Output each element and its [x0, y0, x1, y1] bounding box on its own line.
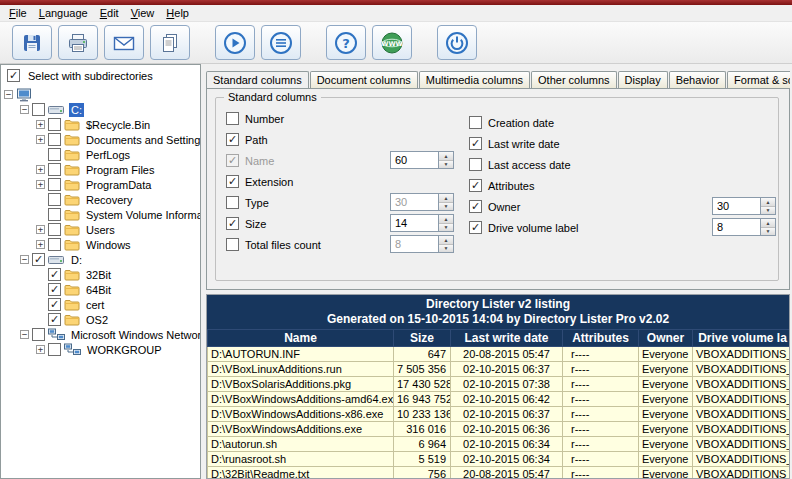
- spinner-drive-volume-label[interactable]: 8: [712, 218, 776, 236]
- tree-checkbox[interactable]: [48, 268, 61, 281]
- checkbox-creation-date[interactable]: [469, 116, 482, 129]
- tree-item-workgroup[interactable]: WORKGROUP: [1, 342, 200, 357]
- checkbox-last-write-date[interactable]: [469, 137, 482, 150]
- spin-up-icon[interactable]: [761, 198, 775, 207]
- tree-checkbox[interactable]: [32, 253, 45, 266]
- tree-checkbox[interactable]: [48, 223, 61, 236]
- collapse-icon[interactable]: [4, 90, 13, 99]
- menu-edit[interactable]: Edit: [94, 6, 125, 20]
- email-button[interactable]: [104, 25, 144, 60]
- collapse-icon[interactable]: [20, 105, 29, 114]
- spinner-owner[interactable]: 30: [712, 197, 776, 215]
- tree-checkbox[interactable]: [48, 163, 61, 176]
- expand-icon[interactable]: [36, 225, 45, 234]
- spin-down-icon[interactable]: [439, 224, 453, 232]
- print-button[interactable]: [58, 25, 98, 60]
- tree-item-system-volume-informatic[interactable]: System Volume Informatic: [1, 207, 200, 222]
- tree-checkbox[interactable]: [48, 118, 61, 131]
- expand-icon[interactable]: [36, 135, 45, 144]
- checkbox-attributes[interactable]: [469, 179, 482, 192]
- select-with-subdirectories[interactable]: Select with subdirectories: [1, 65, 200, 87]
- spin-up-icon[interactable]: [439, 215, 453, 224]
- spin-up-icon[interactable]: [439, 236, 453, 245]
- tree-item-c[interactable]: C:: [1, 102, 200, 117]
- spin-up-icon[interactable]: [439, 194, 453, 203]
- tab-format-sorting[interactable]: Format & sorting: [727, 71, 790, 88]
- tree-checkbox[interactable]: [48, 298, 61, 311]
- tree-checkbox[interactable]: [48, 313, 61, 326]
- checkbox-number[interactable]: [226, 112, 239, 125]
- exit-button[interactable]: [437, 25, 477, 60]
- tree-item-windows[interactable]: Windows: [1, 237, 200, 252]
- tree-checkbox[interactable]: [48, 148, 61, 161]
- generate-button[interactable]: [215, 25, 255, 60]
- help-button[interactable]: ?: [326, 25, 366, 60]
- tree-item-perflogs[interactable]: PerfLogs: [1, 147, 200, 162]
- tree-item-64bit[interactable]: 64Bit: [1, 282, 200, 297]
- tab-multimedia-columns[interactable]: Multimedia columns: [419, 71, 530, 88]
- checkbox-size[interactable]: [226, 217, 239, 230]
- expand-icon[interactable]: [36, 345, 45, 354]
- checkbox-drive-volume-label[interactable]: [469, 221, 482, 234]
- save-button[interactable]: [12, 25, 52, 60]
- spin-down-icon[interactable]: [439, 203, 453, 211]
- tree-checkbox[interactable]: [48, 208, 61, 221]
- spinner-size[interactable]: 14: [390, 214, 454, 232]
- checkbox-total-files-count[interactable]: [226, 238, 239, 251]
- tree-item-documents-and-settings[interactable]: Documents and Settings: [1, 132, 200, 147]
- checkbox-last-access-date[interactable]: [469, 158, 482, 171]
- tree-item-programdata[interactable]: ProgramData: [1, 177, 200, 192]
- report-button[interactable]: [261, 25, 301, 60]
- tree-checkbox[interactable]: [48, 238, 61, 251]
- tree-checkbox[interactable]: [32, 103, 45, 116]
- tree-checkbox[interactable]: [48, 283, 61, 296]
- select-with-subdirectories-checkbox[interactable]: [7, 69, 20, 82]
- spin-up-icon[interactable]: [761, 219, 775, 228]
- tab-other-columns[interactable]: Other columns: [531, 71, 617, 88]
- tree-checkbox[interactable]: [48, 178, 61, 191]
- expand-icon[interactable]: [36, 165, 45, 174]
- spin-down-icon[interactable]: [761, 228, 775, 236]
- checkbox-name[interactable]: [226, 154, 239, 167]
- spin-down-icon[interactable]: [761, 207, 775, 215]
- checkbox-path[interactable]: [226, 133, 239, 146]
- tab-behavior[interactable]: Behavior: [669, 71, 726, 88]
- tab-standard-columns[interactable]: Standard columns: [206, 71, 309, 88]
- checkbox-extension[interactable]: [226, 175, 239, 188]
- copy-button[interactable]: [150, 25, 190, 60]
- tree-item-d[interactable]: D:: [1, 252, 200, 267]
- menu-view[interactable]: View: [125, 6, 161, 20]
- spin-up-icon[interactable]: [439, 152, 453, 161]
- tree-item-root[interactable]: [1, 87, 200, 102]
- collapse-icon[interactable]: [20, 255, 29, 264]
- menu-help[interactable]: Help: [160, 6, 195, 20]
- collapse-icon[interactable]: [20, 330, 29, 339]
- tab-display[interactable]: Display: [618, 71, 668, 88]
- checkbox-owner[interactable]: [469, 200, 482, 213]
- spinner-type[interactable]: 30: [390, 193, 454, 211]
- spin-down-icon[interactable]: [439, 245, 453, 253]
- tree-item-program-files[interactable]: Program Files: [1, 162, 200, 177]
- tree-item-os2[interactable]: OS2: [1, 312, 200, 327]
- expand-icon[interactable]: [36, 180, 45, 189]
- tree-item-cert[interactable]: cert: [1, 297, 200, 312]
- spinner-name[interactable]: 60: [390, 151, 454, 169]
- website-button[interactable]: WWW: [372, 25, 412, 60]
- menu-file[interactable]: File: [3, 6, 33, 20]
- expand-icon[interactable]: [36, 120, 45, 129]
- tree-checkbox[interactable]: [32, 328, 45, 341]
- tree-item-recycle-bin[interactable]: $Recycle.Bin: [1, 117, 200, 132]
- tree-item-32bit[interactable]: 32Bit: [1, 267, 200, 282]
- tree-item-users[interactable]: Users: [1, 222, 200, 237]
- tree-item-microsoft-windows-network[interactable]: Microsoft Windows Network: [1, 327, 200, 342]
- tree-item-recovery[interactable]: Recovery: [1, 192, 200, 207]
- menu-language[interactable]: Language: [33, 6, 94, 20]
- checkbox-type[interactable]: [226, 196, 239, 209]
- tab-document-columns[interactable]: Document columns: [310, 71, 418, 88]
- tree-checkbox[interactable]: [48, 343, 61, 356]
- expand-icon[interactable]: [36, 240, 45, 249]
- tree-checkbox[interactable]: [48, 193, 61, 206]
- tree-checkbox[interactable]: [48, 133, 61, 146]
- spinner-total-files-count[interactable]: 8: [390, 235, 454, 253]
- spin-down-icon[interactable]: [439, 161, 453, 169]
